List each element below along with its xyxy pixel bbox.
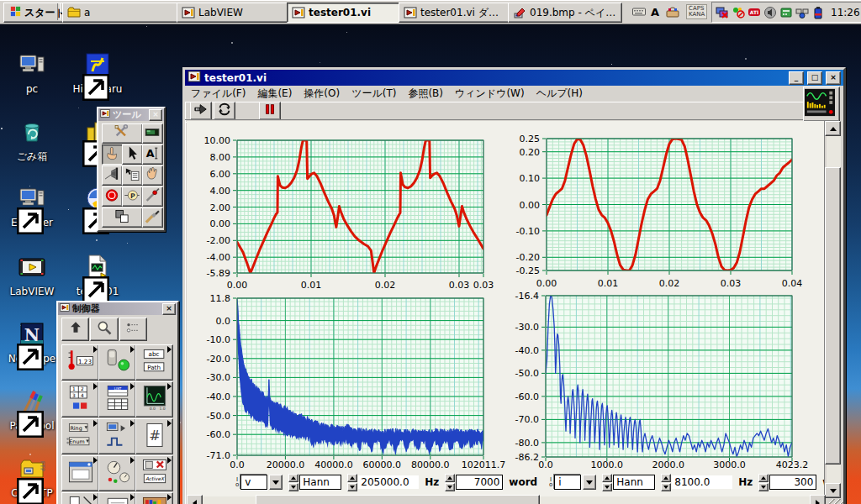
desktop-icon-computer-0[interactable]: pc [0, 51, 64, 95]
increment-button[interactable] [288, 474, 298, 482]
close-icon[interactable]: × [149, 109, 162, 121]
tool-probe[interactable]: P [122, 186, 143, 207]
frequency-value[interactable]: 8100.0 [672, 475, 732, 489]
tool-wire[interactable] [102, 165, 123, 186]
caps-kana-indicator[interactable]: CAPSKANA [686, 4, 707, 19]
start-button[interactable]: スタート [3, 3, 71, 23]
frequency-value[interactable]: 205000.0 [358, 475, 419, 489]
ati-icon[interactable]: ATI [747, 6, 761, 19]
scroll-right-button[interactable] [810, 495, 826, 504]
run-continuous-button[interactable] [214, 102, 235, 120]
desktop-icon-vi-doc-7[interactable]: tester01 [66, 254, 129, 297]
tool-object-menu[interactable] [122, 165, 143, 186]
palette-nav-options-button[interactable] [119, 318, 147, 341]
close-icon[interactable]: × [162, 303, 176, 315]
taskbar-button-019.bmp-[interactable]: 019.bmp - ペイント [508, 3, 622, 23]
desktop-icon-recycle-2[interactable]: ごみ箱 [0, 118, 64, 164]
increment-button[interactable] [445, 474, 455, 482]
horizontal-scroll-thumb[interactable] [256, 495, 540, 504]
controls-category-graph[interactable]: 0.01.0 [135, 381, 173, 417]
controls-palette-titlebar[interactable]: 制御器 × [58, 302, 177, 315]
decrement-button[interactable] [347, 483, 357, 491]
controls-category-activex[interactable]: ActiveX [135, 455, 173, 491]
desktop-icon-hidemaru-1[interactable]: Hidemaru [66, 51, 129, 95]
controls-category-decorations[interactable] [61, 492, 99, 504]
palette-nav-search-button[interactable] [90, 318, 118, 341]
pc-card-icon[interactable] [779, 6, 793, 19]
palette-nav-up-button[interactable] [61, 318, 89, 341]
controls-category-string-path[interactable]: abcPath [135, 344, 173, 381]
resize-grip[interactable] [829, 499, 843, 504]
menu-browse[interactable]: 参照(B) [402, 86, 449, 102]
toolbox-icon[interactable] [664, 5, 681, 18]
tool-led[interactable] [142, 123, 163, 144]
words-value[interactable]: 7000 [456, 475, 503, 490]
dropdown-button[interactable] [269, 475, 283, 490]
controls-category-select-control[interactable] [135, 492, 173, 504]
increment-button[interactable] [602, 474, 612, 482]
maximize-icon[interactable]: □ [807, 71, 822, 85]
decrement-button[interactable] [602, 483, 612, 491]
run-button[interactable] [190, 102, 212, 120]
tool-position-select[interactable] [122, 144, 143, 165]
display-error-icon[interactable] [716, 6, 729, 19]
window-value[interactable]: Hann [613, 475, 655, 490]
menu-window[interactable]: ウィンドウ(W) [449, 86, 531, 102]
desktop-icon-cuteftp-10[interactable]: FTPCuteFTP [0, 455, 64, 499]
controls-category-boolean[interactable] [98, 344, 136, 381]
controls-category-containers[interactable] [61, 455, 99, 491]
window-titlebar[interactable]: tester01.vi _ □ × [185, 70, 843, 86]
controls-category-classic[interactable] [98, 455, 136, 491]
decrement-button[interactable] [661, 483, 671, 491]
tool-set-color[interactable] [102, 207, 143, 228]
vertical-scroll-thumb[interactable] [825, 167, 841, 465]
vi-icon[interactable] [803, 87, 840, 122]
dropdown-button[interactable] [583, 475, 596, 490]
tool-breakpoint[interactable] [102, 186, 123, 207]
pause-button[interactable] [259, 102, 281, 120]
keyboard-icon[interactable] [632, 5, 646, 18]
increment-button[interactable] [347, 474, 357, 482]
controls-category-list-table[interactable]: LIST [98, 381, 136, 417]
desktop-icon-computer-4[interactable]: Explorer [0, 185, 64, 228]
volume-icon[interactable] [763, 6, 777, 19]
decrement-button[interactable] [445, 483, 455, 491]
taskbar-button-LabVIEW[interactable]: LabVIEW [177, 3, 292, 23]
scroll-left-button[interactable] [187, 495, 203, 504]
controls-category-ring-enum[interactable]: RingEnum [61, 418, 99, 454]
virus-scan-icon[interactable] [732, 6, 745, 19]
taskbar-button-tester01.vi[interactable]: tester01.vi [287, 3, 404, 23]
tool-paint-brush[interactable] [142, 207, 163, 228]
controls-category-refnum[interactable]: # [135, 418, 173, 454]
controls-category-numeric[interactable]: 1.23 [61, 344, 99, 381]
close-icon[interactable]: × [826, 71, 841, 85]
menu-edit[interactable]: 編集(E) [251, 86, 298, 102]
menu-help[interactable]: ヘルプ(H) [531, 86, 589, 102]
tool-auto-select[interactable] [102, 123, 143, 144]
ime-mode-indicator[interactable]: A [651, 6, 659, 18]
battery-icon[interactable] [811, 6, 825, 19]
decrement-button[interactable] [288, 483, 298, 491]
window-value[interactable]: Hann [299, 475, 341, 490]
tools-palette-titlebar[interactable]: ツール × [98, 108, 164, 121]
words-value[interactable]: 300 [769, 475, 816, 490]
channel-value[interactable]: v [240, 475, 267, 490]
tool-get-color[interactable] [142, 186, 163, 207]
tool-edit-text[interactable]: A [142, 144, 163, 165]
desktop-icon-netscape-8[interactable]: NNetscape [0, 321, 64, 365]
increment-button[interactable] [661, 474, 671, 482]
menu-file[interactable]: ファイル(F) [185, 86, 251, 102]
desktop-icon-labview-6[interactable]: LabVIEW [0, 254, 64, 297]
decrement-button[interactable] [758, 483, 769, 491]
controls-category-array-cluster[interactable]: 1234 [61, 381, 99, 417]
increment-button[interactable] [758, 474, 769, 482]
menu-operate[interactable]: 操作(O) [298, 86, 346, 102]
scroll-down-button[interactable] [825, 483, 841, 498]
controls-category-user-controls[interactable]: ... [98, 492, 136, 504]
channel-value[interactable]: i [554, 475, 581, 490]
scroll-up-button[interactable] [825, 121, 841, 136]
taskbar-button-a[interactable]: a [62, 3, 182, 23]
tool-operate-value[interactable] [102, 144, 123, 165]
desktop-icon-paint-9[interactable]: PaintTool [0, 388, 64, 432]
controls-category-io[interactable] [98, 418, 136, 454]
